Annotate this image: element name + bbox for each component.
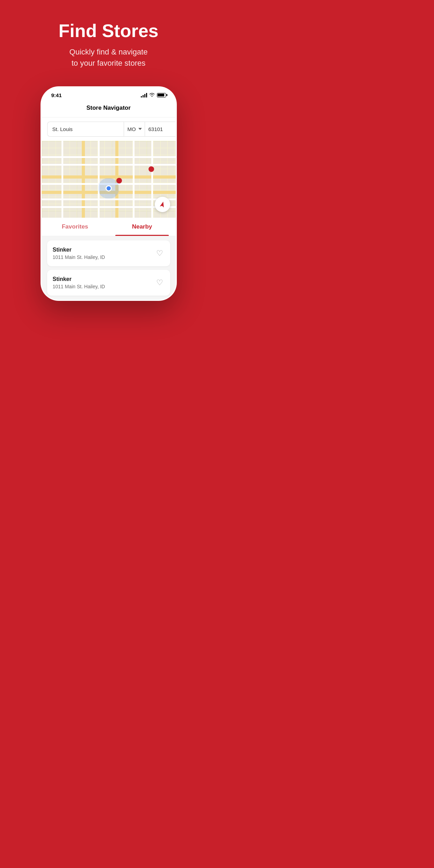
battery-icon bbox=[157, 93, 166, 97]
tab-favorites[interactable]: Favorites bbox=[42, 218, 109, 236]
store-list: Stinker 1011 Main St. Hailey, ID ♡ Stink… bbox=[42, 236, 176, 300]
state-select[interactable]: MO AL AK AZ CA CO ID IL NY TX bbox=[124, 122, 145, 137]
store-name-1: Stinker bbox=[53, 247, 105, 253]
map-container bbox=[42, 141, 176, 218]
city-input[interactable] bbox=[47, 122, 124, 137]
tab-nearby[interactable]: Nearby bbox=[109, 218, 176, 236]
store-info-1: Stinker 1011 Main St. Hailey, ID bbox=[53, 247, 105, 260]
store-item[interactable]: Stinker 1011 Main St. Hailey, ID ♡ bbox=[47, 240, 170, 266]
store-address-2: 1011 Main St. Hailey, ID bbox=[53, 284, 105, 289]
tab-favorites-label: Favorites bbox=[62, 223, 88, 230]
hero-subtitle: Quickly find & navigateto your favorite … bbox=[70, 46, 148, 69]
wifi-icon bbox=[149, 92, 155, 98]
status-bar: 9:41 bbox=[42, 87, 176, 101]
map-marker-user-location bbox=[106, 185, 112, 191]
store-info-2: Stinker 1011 Main St. Hailey, ID bbox=[53, 276, 105, 289]
status-time: 9:41 bbox=[51, 92, 62, 98]
zip-input[interactable] bbox=[145, 122, 177, 137]
app-title: Store Navigator bbox=[86, 104, 131, 111]
tab-bar: Favorites Nearby bbox=[42, 218, 176, 236]
signal-bar-1 bbox=[141, 96, 142, 97]
search-bar: MO AL AK AZ CA CO ID IL NY TX Search bbox=[42, 117, 176, 141]
signal-bar-4 bbox=[146, 93, 147, 97]
phone-frame: 9:41 Store Navigator bbox=[41, 86, 177, 301]
tab-nearby-label: Nearby bbox=[132, 223, 152, 230]
status-icons bbox=[141, 92, 166, 98]
hero-title: Find Stores bbox=[58, 21, 158, 41]
map-location-button[interactable] bbox=[155, 197, 170, 212]
signal-icon bbox=[141, 93, 147, 97]
app-header: Store Navigator bbox=[42, 101, 176, 117]
store-item[interactable]: Stinker 1011 Main St. Hailey, ID ♡ bbox=[47, 270, 170, 296]
favorite-button-2[interactable]: ♡ bbox=[155, 278, 165, 288]
signal-bar-3 bbox=[144, 94, 145, 97]
map-background bbox=[42, 141, 176, 218]
store-name-2: Stinker bbox=[53, 276, 105, 282]
map-marker-store-2[interactable] bbox=[116, 178, 122, 183]
favorite-button-1[interactable]: ♡ bbox=[155, 248, 165, 258]
signal-bar-2 bbox=[143, 95, 144, 97]
battery-fill bbox=[158, 94, 164, 96]
store-address-1: 1011 Main St. Hailey, ID bbox=[53, 254, 105, 260]
map-marker-store-1[interactable] bbox=[149, 166, 154, 172]
